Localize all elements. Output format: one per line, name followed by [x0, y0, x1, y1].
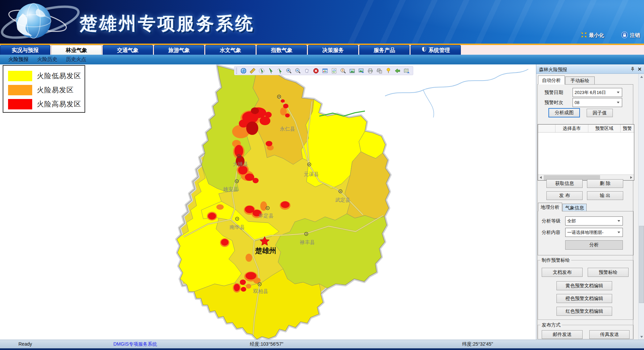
main-tab-bar: 实况与预报 林业气象 交通气象 旅游气象 水文气象 指数气象 决策服务 服务产品… [0, 45, 644, 55]
close-icon[interactable] [637, 67, 643, 72]
status-latitude: 纬度:25°32'45" [462, 341, 493, 347]
delete-button[interactable]: 删 除 [587, 179, 623, 188]
analysis-level-select[interactable]: 全部 [565, 216, 623, 226]
fax-send-button[interactable]: 传真发送 [589, 330, 630, 339]
map-label: 武定县 [335, 197, 351, 203]
panel-vertical-scrollbar[interactable] [638, 74, 644, 340]
export-button[interactable]: 输 出 [587, 191, 623, 200]
subtab-fire-risk-history[interactable]: 火险历史 [37, 56, 57, 63]
yellow-warning-doc-button[interactable]: 黄色预警文档编辑 [556, 281, 612, 290]
scroll-down-icon[interactable] [639, 334, 644, 340]
zoom-in-icon[interactable] [285, 67, 292, 74]
tab-index-weather[interactable]: 指数气象 [257, 45, 307, 55]
minimize-button[interactable]: 最小化 [581, 32, 604, 39]
select-by-circle-icon[interactable] [258, 67, 265, 74]
stop-icon[interactable] [313, 67, 319, 74]
pin-marker-icon[interactable] [385, 67, 392, 74]
warning-plot-button[interactable]: 预警标绘 [588, 268, 629, 277]
export-map-icon[interactable] [403, 67, 410, 74]
tab-tourism-weather[interactable]: 旅游气象 [154, 45, 204, 55]
publish-method-label: 发布方式 [540, 322, 562, 328]
factor-value-button[interactable]: 因子值 [587, 109, 613, 117]
globe-icon[interactable] [240, 67, 247, 74]
col-county: 选择县市 [555, 124, 588, 132]
chevron-down-icon [617, 92, 620, 93]
map-label: 元谋县 [304, 171, 319, 177]
refresh-page-icon[interactable] [331, 67, 337, 74]
app-title: 楚雄州专项服务系统 [80, 12, 255, 36]
select-feature-icon[interactable] [267, 67, 274, 74]
logout-button[interactable]: 注销 [621, 32, 640, 39]
shield-icon [422, 45, 427, 55]
doc-publish-button[interactable]: 文档发布 [542, 268, 583, 277]
tab-manual-plot[interactable]: 手动标绘 [565, 77, 595, 85]
map-label: 牟定县 [259, 213, 274, 218]
map-toolbar: ? [234, 66, 413, 75]
subtab-historical-fire-points[interactable]: 历史火点 [66, 56, 86, 63]
warning-date-select[interactable]: 2023年 6月16日 [573, 88, 622, 97]
minimize-label: 最小化 [589, 32, 604, 39]
chevron-down-icon [617, 102, 620, 103]
analysis-level-label: 分析等级 [542, 218, 560, 224]
chart-window-icon[interactable] [322, 67, 328, 74]
tab-live-forecast[interactable]: 实况与预报 [0, 45, 50, 55]
orange-warning-doc-button[interactable]: 橙色预警文档编辑 [556, 294, 612, 303]
warning-list-header: 选择县市 预警区域 预警 [538, 124, 634, 133]
analysis-content-select[interactable]: 一请选择地理图层- [565, 228, 623, 237]
tab-auto-analysis[interactable]: 自动分析 [538, 76, 565, 85]
image-export-icon[interactable] [358, 67, 365, 74]
legend-swatch-high [8, 99, 32, 109]
plot-group-label: 制作预警标绘 [540, 257, 571, 263]
identify-icon[interactable]: ? [340, 67, 346, 74]
map-label: 姚安县 [223, 186, 238, 192]
subtab-fire-risk-forecast[interactable]: 火险预报 [8, 56, 29, 63]
status-longitude: 经度:103°56'57" [250, 341, 283, 347]
panel-title: 森林火险预报 [536, 65, 644, 74]
legend-row-low: 火险低易发区 [8, 69, 85, 83]
application-window: 楚雄州专项服务系统 最小化 注销 [0, 0, 644, 350]
map-canvas[interactable]: 永仁县元谋县大姚县姚安县武定县牟定县南华县禄丰县楚雄州双柏县 火险低易发区 火险… [0, 64, 536, 340]
pin-icon[interactable] [630, 67, 636, 72]
chevron-down-icon [618, 220, 620, 222]
tab-weather-info[interactable]: 气象信息 [562, 204, 587, 211]
map-label: 双柏县 [253, 288, 268, 294]
forest-fire-forecast-panel: 森林火险预报 自动分析 手动标绘 预警日期 2023年 6月16日 预警时次 0… [536, 64, 644, 340]
tab-traffic-weather[interactable]: 交通气象 [103, 45, 153, 55]
publish-button[interactable]: 发 布 [546, 191, 583, 200]
tab-forestry-weather[interactable]: 林业气象 [51, 45, 102, 55]
image-view-icon[interactable] [349, 67, 356, 74]
pan-hand-icon[interactable] [304, 67, 310, 74]
legend-row-medium: 火险易发区 [8, 83, 85, 97]
col-warning-area: 预警区域 [588, 124, 621, 132]
zoom-out-icon[interactable] [294, 67, 301, 74]
tab-geo-analysis[interactable]: 地理分析 [538, 203, 562, 211]
analysis-content-label: 分析内容 [542, 230, 560, 236]
map-label: 永仁县 [280, 126, 295, 132]
warning-list[interactable]: 选择县市 预警区域 预警 [538, 124, 634, 181]
print-icon[interactable] [367, 67, 374, 74]
scrollbar-thumb[interactable] [639, 226, 644, 303]
toolbar-grip[interactable] [236, 68, 237, 74]
red-warning-doc-button[interactable]: 红色预警文档编辑 [556, 307, 612, 316]
scroll-left-icon[interactable] [540, 176, 542, 179]
chevron-down-icon [618, 232, 620, 233]
tab-hydrology-weather[interactable]: 水文气象 [205, 45, 256, 55]
tab-system-management[interactable]: 系统管理 [411, 45, 461, 55]
print-preview-icon[interactable] [376, 67, 383, 74]
status-system-link[interactable]: DMGIS专项服务系统 [113, 341, 157, 347]
select-by-polygon-icon[interactable] [276, 67, 283, 74]
tab-decision-service[interactable]: 决策服务 [308, 45, 358, 55]
back-arrow-icon[interactable] [394, 67, 401, 74]
get-info-button[interactable]: 获取信息 [546, 179, 583, 188]
analyze-map-button[interactable]: 分析成图 [548, 108, 580, 117]
email-send-button[interactable]: 邮件发送 [542, 330, 583, 339]
status-bar: Ready DMGIS专项服务系统 经度:103°56'57" 纬度:25°32… [0, 340, 644, 348]
map-legend: 火险低易发区 火险易发区 火险高易发区 [3, 65, 85, 113]
col-select [538, 124, 555, 132]
warning-time-select[interactable]: 08 [573, 98, 622, 107]
measure-ruler-icon[interactable] [249, 67, 256, 74]
scroll-up-icon[interactable] [639, 74, 644, 80]
tab-service-products[interactable]: 服务产品 [359, 45, 410, 55]
scroll-right-icon[interactable] [630, 176, 632, 179]
analyze-button[interactable]: 分析 [565, 240, 623, 250]
